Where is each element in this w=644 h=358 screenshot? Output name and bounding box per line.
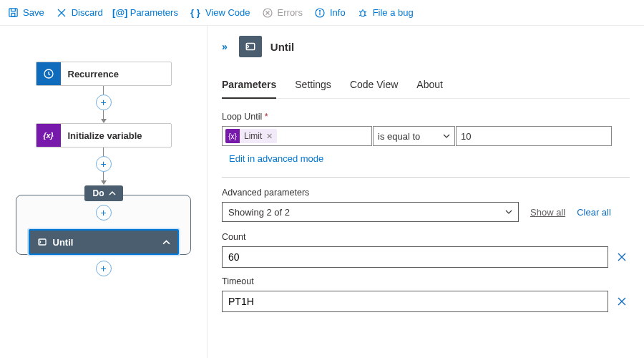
- add-step-button[interactable]: +: [96, 205, 112, 221]
- clear-all-link[interactable]: Clear all: [577, 207, 611, 218]
- chevron-down-icon: [505, 209, 512, 215]
- save-icon: [7, 7, 19, 19]
- chevron-down-icon: [443, 133, 450, 139]
- parameters-label: Parameters: [130, 7, 178, 18]
- errors-label: Errors: [278, 7, 303, 18]
- count-input[interactable]: [222, 246, 608, 268]
- connector: [103, 86, 104, 95]
- braces-icon: { }: [190, 7, 201, 19]
- node-recurrence[interactable]: Recurrence: [36, 62, 172, 86]
- connector: [103, 147, 104, 156]
- recurrence-icon: [36, 62, 61, 85]
- svg-rect-0: [9, 9, 16, 16]
- errors-button: Errors: [260, 4, 304, 21]
- info-label: Info: [330, 7, 346, 18]
- svg-rect-1: [11, 13, 15, 16]
- connector: [103, 110, 104, 119]
- advanced-parameters-value: Showing 2 of 2: [228, 207, 290, 218]
- view-code-button[interactable]: { } View Code: [188, 4, 252, 21]
- add-step-button[interactable]: +: [96, 95, 112, 110]
- tab-settings[interactable]: Settings: [295, 74, 331, 98]
- until-header[interactable]: Until: [29, 229, 179, 255]
- loop-icon: [37, 237, 47, 247]
- divider: [222, 177, 630, 178]
- operator-value: is equal to: [378, 131, 420, 142]
- tab-about[interactable]: About: [416, 74, 443, 98]
- loop-until-label: Loop Until: [222, 112, 630, 122]
- variable-icon: {x}: [225, 129, 240, 143]
- panel-title: Until: [270, 41, 294, 53]
- discard-label: Discard: [72, 7, 103, 18]
- view-code-label: View Code: [205, 7, 250, 18]
- info-button[interactable]: Info: [313, 4, 347, 21]
- loop-icon: [239, 36, 262, 57]
- edit-advanced-mode-link[interactable]: Edit in advanced mode: [229, 153, 323, 164]
- show-all-link[interactable]: Show all: [530, 207, 565, 218]
- do-header[interactable]: Do: [84, 185, 123, 201]
- node-recurrence-label: Recurrence: [61, 69, 119, 79]
- until-label: Until: [53, 237, 74, 248]
- condition-right-input[interactable]: 10: [456, 126, 612, 146]
- chevron-up-icon: [109, 190, 116, 196]
- condition-left-input[interactable]: {x} Limit ✕: [222, 126, 372, 146]
- remove-token-button[interactable]: ✕: [266, 132, 277, 141]
- variable-icon: {x}: [36, 124, 61, 147]
- timeout-label: Timeout: [222, 276, 630, 286]
- svg-rect-7: [39, 239, 46, 245]
- connector: [103, 172, 104, 180]
- svg-point-4: [319, 10, 320, 11]
- advanced-parameters-select[interactable]: Showing 2 of 2: [222, 202, 519, 222]
- node-init-var-label: Initialize variable: [61, 130, 142, 141]
- info-icon: [314, 7, 326, 19]
- timeout-input[interactable]: [222, 291, 608, 312]
- svg-point-5: [361, 11, 365, 16]
- token-text: Limit: [240, 131, 266, 141]
- clear-timeout-button[interactable]: [614, 294, 630, 309]
- file-bug-label: File a bug: [373, 7, 414, 18]
- save-button[interactable]: Save: [6, 4, 46, 21]
- chevron-up-icon: [162, 239, 170, 246]
- variable-token[interactable]: {x} Limit ✕: [225, 129, 277, 143]
- node-initialize-variable[interactable]: {x} Initialize variable: [36, 123, 172, 147]
- clear-count-button[interactable]: [614, 249, 630, 265]
- tab-code-view[interactable]: Code View: [350, 74, 398, 98]
- count-label: Count: [222, 232, 630, 242]
- add-step-button[interactable]: +: [96, 156, 112, 172]
- advanced-parameters-label: Advanced parameters: [222, 188, 630, 198]
- svg-rect-8: [246, 43, 254, 49]
- panel-tabs: Parameters Settings Code View About: [222, 74, 630, 99]
- discard-button[interactable]: Discard: [54, 4, 104, 21]
- add-step-button[interactable]: +: [96, 261, 112, 276]
- toolbar: Save Discard [@] Parameters { } View Cod…: [0, 0, 644, 26]
- node-until-loop[interactable]: Do + Until: [16, 195, 191, 255]
- do-label: Do: [93, 188, 104, 198]
- arrow-icon: [101, 180, 107, 185]
- tab-parameters[interactable]: Parameters: [222, 74, 276, 99]
- designer-canvas[interactable]: Recurrence + {x} Initialize variable + D…: [0, 26, 208, 358]
- file-bug-button[interactable]: File a bug: [356, 4, 415, 21]
- parameters-button[interactable]: [@] Parameters: [113, 4, 180, 21]
- save-label: Save: [23, 7, 44, 18]
- collapse-panel-button[interactable]: »: [222, 41, 228, 52]
- operator-select[interactable]: is equal to: [373, 126, 455, 146]
- parameters-icon: [@]: [114, 7, 126, 19]
- error-icon: [262, 7, 273, 19]
- close-icon: [56, 7, 67, 19]
- properties-panel: » Until Parameters Settings Code View Ab…: [208, 26, 644, 358]
- arrow-icon: [101, 119, 107, 123]
- compare-value: 10: [461, 131, 471, 142]
- bug-icon: [357, 7, 369, 19]
